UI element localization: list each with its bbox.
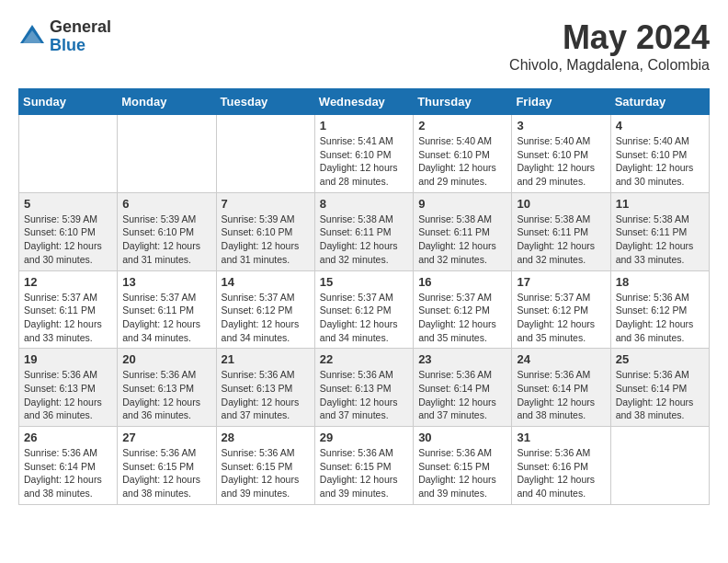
- title-section: May 2024 Chivolo, Magdalena, Colombia: [509, 18, 710, 74]
- table-row: 8Sunrise: 5:38 AM Sunset: 6:11 PM Daylig…: [314, 192, 413, 270]
- table-row: 3Sunrise: 5:40 AM Sunset: 6:10 PM Daylig…: [512, 115, 610, 193]
- calendar-week-row: 1Sunrise: 5:41 AM Sunset: 6:10 PM Daylig…: [19, 115, 710, 193]
- day-number: 26: [24, 431, 112, 444]
- day-info: Sunrise: 5:36 AM Sunset: 6:12 PM Dayligh…: [616, 291, 704, 345]
- table-row: [118, 115, 216, 193]
- day-number: 16: [418, 275, 506, 289]
- table-row: 17Sunrise: 5:37 AM Sunset: 6:12 PM Dayli…: [512, 270, 610, 349]
- day-info: Sunrise: 5:36 AM Sunset: 6:16 PM Dayligh…: [517, 446, 605, 500]
- table-row: 27Sunrise: 5:36 AM Sunset: 6:15 PM Dayli…: [118, 427, 216, 505]
- day-info: Sunrise: 5:36 AM Sunset: 6:15 PM Dayligh…: [222, 446, 310, 500]
- table-row: 4Sunrise: 5:40 AM Sunset: 6:10 PM Daylig…: [610, 115, 709, 193]
- logo: General Blue: [18, 18, 111, 55]
- day-info: Sunrise: 5:36 AM Sunset: 6:13 PM Dayligh…: [222, 368, 310, 422]
- day-info: Sunrise: 5:38 AM Sunset: 6:11 PM Dayligh…: [320, 213, 408, 267]
- logo-text: General Blue: [50, 18, 111, 55]
- day-info: Sunrise: 5:37 AM Sunset: 6:11 PM Dayligh…: [24, 291, 112, 345]
- table-row: 25Sunrise: 5:36 AM Sunset: 6:14 PM Dayli…: [610, 349, 709, 427]
- day-number: 29: [320, 431, 408, 444]
- day-number: 2: [418, 119, 506, 132]
- day-number: 27: [122, 431, 210, 444]
- table-row: 10Sunrise: 5:38 AM Sunset: 6:11 PM Dayli…: [512, 192, 610, 270]
- day-number: 17: [517, 275, 605, 289]
- col-thursday: Thursday: [414, 89, 512, 115]
- table-row: 9Sunrise: 5:38 AM Sunset: 6:11 PM Daylig…: [414, 192, 512, 270]
- day-info: Sunrise: 5:37 AM Sunset: 6:12 PM Dayligh…: [517, 291, 605, 345]
- day-number: 22: [320, 352, 408, 366]
- day-number: 1: [320, 119, 408, 132]
- day-info: Sunrise: 5:36 AM Sunset: 6:13 PM Dayligh…: [320, 368, 408, 422]
- day-info: Sunrise: 5:36 AM Sunset: 6:15 PM Dayligh…: [122, 446, 210, 500]
- col-monday: Monday: [118, 89, 216, 115]
- table-row: 16Sunrise: 5:37 AM Sunset: 6:12 PM Dayli…: [414, 270, 512, 349]
- col-friday: Friday: [512, 89, 610, 115]
- day-info: Sunrise: 5:36 AM Sunset: 6:13 PM Dayligh…: [24, 368, 112, 422]
- day-info: Sunrise: 5:39 AM Sunset: 6:10 PM Dayligh…: [222, 213, 310, 267]
- table-row: 21Sunrise: 5:36 AM Sunset: 6:13 PM Dayli…: [216, 349, 314, 427]
- col-tuesday: Tuesday: [216, 89, 314, 115]
- day-info: Sunrise: 5:38 AM Sunset: 6:11 PM Dayligh…: [517, 213, 605, 267]
- day-number: 3: [517, 119, 605, 132]
- table-row: 23Sunrise: 5:36 AM Sunset: 6:14 PM Dayli…: [414, 349, 512, 427]
- day-number: 28: [222, 431, 310, 444]
- day-number: 7: [222, 197, 310, 211]
- table-row: 5Sunrise: 5:39 AM Sunset: 6:10 PM Daylig…: [19, 192, 118, 270]
- table-row: 2Sunrise: 5:40 AM Sunset: 6:10 PM Daylig…: [414, 115, 512, 193]
- day-number: 30: [418, 431, 506, 444]
- table-row: 20Sunrise: 5:36 AM Sunset: 6:13 PM Dayli…: [118, 349, 216, 427]
- day-info: Sunrise: 5:38 AM Sunset: 6:11 PM Dayligh…: [616, 213, 704, 267]
- table-row: 18Sunrise: 5:36 AM Sunset: 6:12 PM Dayli…: [610, 270, 709, 349]
- table-row: 30Sunrise: 5:36 AM Sunset: 6:15 PM Dayli…: [414, 427, 512, 505]
- table-row: 13Sunrise: 5:37 AM Sunset: 6:11 PM Dayli…: [118, 270, 216, 349]
- day-number: 25: [616, 352, 704, 366]
- day-info: Sunrise: 5:38 AM Sunset: 6:11 PM Dayligh…: [418, 213, 506, 267]
- table-row: 12Sunrise: 5:37 AM Sunset: 6:11 PM Dayli…: [19, 270, 118, 349]
- location: Chivolo, Magdalena, Colombia: [509, 57, 710, 74]
- month-title: May 2024: [509, 18, 710, 57]
- table-row: 7Sunrise: 5:39 AM Sunset: 6:10 PM Daylig…: [216, 192, 314, 270]
- day-number: 24: [517, 352, 605, 366]
- table-row: [610, 427, 709, 505]
- day-info: Sunrise: 5:40 AM Sunset: 6:10 PM Dayligh…: [616, 134, 704, 189]
- day-info: Sunrise: 5:39 AM Sunset: 6:10 PM Dayligh…: [24, 213, 112, 267]
- table-row: 28Sunrise: 5:36 AM Sunset: 6:15 PM Dayli…: [216, 427, 314, 505]
- day-number: 10: [517, 197, 605, 211]
- day-number: 19: [24, 352, 112, 366]
- table-row: 11Sunrise: 5:38 AM Sunset: 6:11 PM Dayli…: [610, 192, 709, 270]
- logo-general: General: [50, 18, 111, 37]
- table-row: 24Sunrise: 5:36 AM Sunset: 6:14 PM Dayli…: [512, 349, 610, 427]
- day-info: Sunrise: 5:36 AM Sunset: 6:15 PM Dayligh…: [320, 446, 408, 500]
- day-info: Sunrise: 5:37 AM Sunset: 6:12 PM Dayligh…: [222, 291, 310, 345]
- calendar-table: Sunday Monday Tuesday Wednesday Thursday…: [18, 88, 710, 505]
- day-number: 5: [24, 197, 112, 211]
- day-info: Sunrise: 5:37 AM Sunset: 6:12 PM Dayligh…: [320, 291, 408, 345]
- table-row: 15Sunrise: 5:37 AM Sunset: 6:12 PM Dayli…: [314, 270, 413, 349]
- day-info: Sunrise: 5:41 AM Sunset: 6:10 PM Dayligh…: [320, 134, 408, 189]
- day-info: Sunrise: 5:36 AM Sunset: 6:14 PM Dayligh…: [517, 368, 605, 422]
- table-row: 26Sunrise: 5:36 AM Sunset: 6:14 PM Dayli…: [19, 427, 118, 505]
- logo-icon: [18, 23, 46, 51]
- table-row: 22Sunrise: 5:36 AM Sunset: 6:13 PM Dayli…: [314, 349, 413, 427]
- day-number: 8: [320, 197, 408, 211]
- day-number: 12: [24, 275, 112, 289]
- day-info: Sunrise: 5:36 AM Sunset: 6:15 PM Dayligh…: [418, 446, 506, 500]
- day-number: 15: [320, 275, 408, 289]
- day-info: Sunrise: 5:36 AM Sunset: 6:13 PM Dayligh…: [122, 368, 210, 422]
- day-info: Sunrise: 5:36 AM Sunset: 6:14 PM Dayligh…: [418, 368, 506, 422]
- day-number: 9: [418, 197, 506, 211]
- calendar-week-row: 5Sunrise: 5:39 AM Sunset: 6:10 PM Daylig…: [19, 192, 710, 270]
- day-info: Sunrise: 5:37 AM Sunset: 6:12 PM Dayligh…: [418, 291, 506, 345]
- day-info: Sunrise: 5:36 AM Sunset: 6:14 PM Dayligh…: [24, 446, 112, 500]
- table-row: 19Sunrise: 5:36 AM Sunset: 6:13 PM Dayli…: [19, 349, 118, 427]
- col-sunday: Sunday: [19, 89, 118, 115]
- calendar-week-row: 19Sunrise: 5:36 AM Sunset: 6:13 PM Dayli…: [19, 349, 710, 427]
- day-number: 11: [616, 197, 704, 211]
- calendar-header-row: Sunday Monday Tuesday Wednesday Thursday…: [19, 89, 710, 115]
- page-header: General Blue May 2024 Chivolo, Magdalena…: [18, 18, 710, 74]
- table-row: [216, 115, 314, 193]
- table-row: 6Sunrise: 5:39 AM Sunset: 6:10 PM Daylig…: [118, 192, 216, 270]
- day-number: 20: [122, 352, 210, 366]
- col-saturday: Saturday: [610, 89, 709, 115]
- day-number: 4: [616, 119, 704, 132]
- day-info: Sunrise: 5:40 AM Sunset: 6:10 PM Dayligh…: [418, 134, 506, 189]
